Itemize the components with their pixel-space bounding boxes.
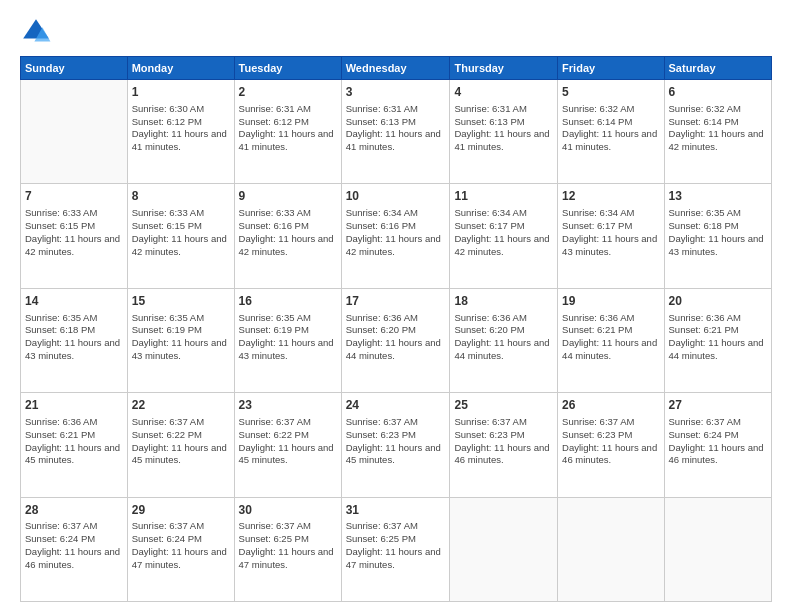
calendar-day-header: Wednesday [341, 57, 450, 80]
day-number: 13 [669, 188, 767, 205]
day-number: 15 [132, 293, 230, 310]
day-info: Sunrise: 6:33 AM Sunset: 6:15 PM Dayligh… [132, 207, 230, 258]
calendar-cell: 28Sunrise: 6:37 AM Sunset: 6:24 PM Dayli… [21, 497, 128, 601]
day-number: 18 [454, 293, 553, 310]
day-number: 16 [239, 293, 337, 310]
day-info: Sunrise: 6:31 AM Sunset: 6:13 PM Dayligh… [454, 103, 553, 154]
calendar-cell: 8Sunrise: 6:33 AM Sunset: 6:15 PM Daylig… [127, 184, 234, 288]
day-info: Sunrise: 6:32 AM Sunset: 6:14 PM Dayligh… [669, 103, 767, 154]
calendar-cell: 7Sunrise: 6:33 AM Sunset: 6:15 PM Daylig… [21, 184, 128, 288]
calendar-cell: 24Sunrise: 6:37 AM Sunset: 6:23 PM Dayli… [341, 393, 450, 497]
day-number: 10 [346, 188, 446, 205]
calendar-cell: 22Sunrise: 6:37 AM Sunset: 6:22 PM Dayli… [127, 393, 234, 497]
day-number: 24 [346, 397, 446, 414]
calendar-cell: 26Sunrise: 6:37 AM Sunset: 6:23 PM Dayli… [558, 393, 664, 497]
day-info: Sunrise: 6:31 AM Sunset: 6:12 PM Dayligh… [239, 103, 337, 154]
day-info: Sunrise: 6:34 AM Sunset: 6:17 PM Dayligh… [454, 207, 553, 258]
calendar-cell: 17Sunrise: 6:36 AM Sunset: 6:20 PM Dayli… [341, 288, 450, 392]
day-info: Sunrise: 6:37 AM Sunset: 6:23 PM Dayligh… [562, 416, 659, 467]
day-number: 5 [562, 84, 659, 101]
calendar-cell: 14Sunrise: 6:35 AM Sunset: 6:18 PM Dayli… [21, 288, 128, 392]
day-number: 6 [669, 84, 767, 101]
calendar-cell [450, 497, 558, 601]
calendar-cell: 31Sunrise: 6:37 AM Sunset: 6:25 PM Dayli… [341, 497, 450, 601]
day-number: 12 [562, 188, 659, 205]
day-number: 8 [132, 188, 230, 205]
day-info: Sunrise: 6:37 AM Sunset: 6:24 PM Dayligh… [25, 520, 123, 571]
logo [20, 16, 56, 48]
day-number: 9 [239, 188, 337, 205]
calendar-cell [21, 80, 128, 184]
day-number: 2 [239, 84, 337, 101]
calendar-cell: 12Sunrise: 6:34 AM Sunset: 6:17 PM Dayli… [558, 184, 664, 288]
day-number: 27 [669, 397, 767, 414]
day-number: 28 [25, 502, 123, 519]
calendar-cell: 27Sunrise: 6:37 AM Sunset: 6:24 PM Dayli… [664, 393, 771, 497]
calendar-cell [558, 497, 664, 601]
calendar-day-header: Friday [558, 57, 664, 80]
calendar-week-row: 7Sunrise: 6:33 AM Sunset: 6:15 PM Daylig… [21, 184, 772, 288]
day-number: 29 [132, 502, 230, 519]
calendar-cell: 16Sunrise: 6:35 AM Sunset: 6:19 PM Dayli… [234, 288, 341, 392]
day-number: 26 [562, 397, 659, 414]
day-number: 20 [669, 293, 767, 310]
day-info: Sunrise: 6:37 AM Sunset: 6:22 PM Dayligh… [239, 416, 337, 467]
calendar-cell: 23Sunrise: 6:37 AM Sunset: 6:22 PM Dayli… [234, 393, 341, 497]
day-number: 1 [132, 84, 230, 101]
day-info: Sunrise: 6:31 AM Sunset: 6:13 PM Dayligh… [346, 103, 446, 154]
day-number: 31 [346, 502, 446, 519]
day-info: Sunrise: 6:33 AM Sunset: 6:16 PM Dayligh… [239, 207, 337, 258]
day-number: 14 [25, 293, 123, 310]
calendar-day-header: Thursday [450, 57, 558, 80]
day-info: Sunrise: 6:37 AM Sunset: 6:25 PM Dayligh… [346, 520, 446, 571]
day-number: 3 [346, 84, 446, 101]
day-info: Sunrise: 6:32 AM Sunset: 6:14 PM Dayligh… [562, 103, 659, 154]
day-info: Sunrise: 6:37 AM Sunset: 6:24 PM Dayligh… [669, 416, 767, 467]
day-number: 23 [239, 397, 337, 414]
day-info: Sunrise: 6:37 AM Sunset: 6:23 PM Dayligh… [346, 416, 446, 467]
day-info: Sunrise: 6:36 AM Sunset: 6:20 PM Dayligh… [454, 312, 553, 363]
day-number: 4 [454, 84, 553, 101]
calendar-week-row: 14Sunrise: 6:35 AM Sunset: 6:18 PM Dayli… [21, 288, 772, 392]
calendar-cell: 2Sunrise: 6:31 AM Sunset: 6:12 PM Daylig… [234, 80, 341, 184]
calendar-cell: 20Sunrise: 6:36 AM Sunset: 6:21 PM Dayli… [664, 288, 771, 392]
day-info: Sunrise: 6:35 AM Sunset: 6:19 PM Dayligh… [239, 312, 337, 363]
calendar-cell: 3Sunrise: 6:31 AM Sunset: 6:13 PM Daylig… [341, 80, 450, 184]
day-info: Sunrise: 6:37 AM Sunset: 6:25 PM Dayligh… [239, 520, 337, 571]
calendar-header-row: SundayMondayTuesdayWednesdayThursdayFrid… [21, 57, 772, 80]
day-info: Sunrise: 6:35 AM Sunset: 6:19 PM Dayligh… [132, 312, 230, 363]
calendar-cell: 11Sunrise: 6:34 AM Sunset: 6:17 PM Dayli… [450, 184, 558, 288]
day-info: Sunrise: 6:36 AM Sunset: 6:21 PM Dayligh… [25, 416, 123, 467]
calendar-cell: 5Sunrise: 6:32 AM Sunset: 6:14 PM Daylig… [558, 80, 664, 184]
calendar-week-row: 28Sunrise: 6:37 AM Sunset: 6:24 PM Dayli… [21, 497, 772, 601]
calendar-table: SundayMondayTuesdayWednesdayThursdayFrid… [20, 56, 772, 602]
day-info: Sunrise: 6:35 AM Sunset: 6:18 PM Dayligh… [25, 312, 123, 363]
calendar-cell: 21Sunrise: 6:36 AM Sunset: 6:21 PM Dayli… [21, 393, 128, 497]
day-number: 25 [454, 397, 553, 414]
calendar-week-row: 1Sunrise: 6:30 AM Sunset: 6:12 PM Daylig… [21, 80, 772, 184]
day-info: Sunrise: 6:37 AM Sunset: 6:23 PM Dayligh… [454, 416, 553, 467]
calendar-cell: 13Sunrise: 6:35 AM Sunset: 6:18 PM Dayli… [664, 184, 771, 288]
day-info: Sunrise: 6:33 AM Sunset: 6:15 PM Dayligh… [25, 207, 123, 258]
calendar-cell: 6Sunrise: 6:32 AM Sunset: 6:14 PM Daylig… [664, 80, 771, 184]
calendar-cell: 19Sunrise: 6:36 AM Sunset: 6:21 PM Dayli… [558, 288, 664, 392]
day-number: 21 [25, 397, 123, 414]
day-number: 30 [239, 502, 337, 519]
day-number: 19 [562, 293, 659, 310]
day-info: Sunrise: 6:35 AM Sunset: 6:18 PM Dayligh… [669, 207, 767, 258]
day-number: 7 [25, 188, 123, 205]
calendar-cell: 29Sunrise: 6:37 AM Sunset: 6:24 PM Dayli… [127, 497, 234, 601]
calendar-week-row: 21Sunrise: 6:36 AM Sunset: 6:21 PM Dayli… [21, 393, 772, 497]
calendar-cell: 25Sunrise: 6:37 AM Sunset: 6:23 PM Dayli… [450, 393, 558, 497]
day-info: Sunrise: 6:34 AM Sunset: 6:17 PM Dayligh… [562, 207, 659, 258]
calendar-day-header: Monday [127, 57, 234, 80]
header [20, 16, 772, 48]
day-number: 11 [454, 188, 553, 205]
logo-icon [20, 16, 52, 48]
calendar-cell: 1Sunrise: 6:30 AM Sunset: 6:12 PM Daylig… [127, 80, 234, 184]
day-info: Sunrise: 6:36 AM Sunset: 6:20 PM Dayligh… [346, 312, 446, 363]
calendar-day-header: Tuesday [234, 57, 341, 80]
calendar-day-header: Saturday [664, 57, 771, 80]
page: SundayMondayTuesdayWednesdayThursdayFrid… [0, 0, 792, 612]
day-number: 17 [346, 293, 446, 310]
